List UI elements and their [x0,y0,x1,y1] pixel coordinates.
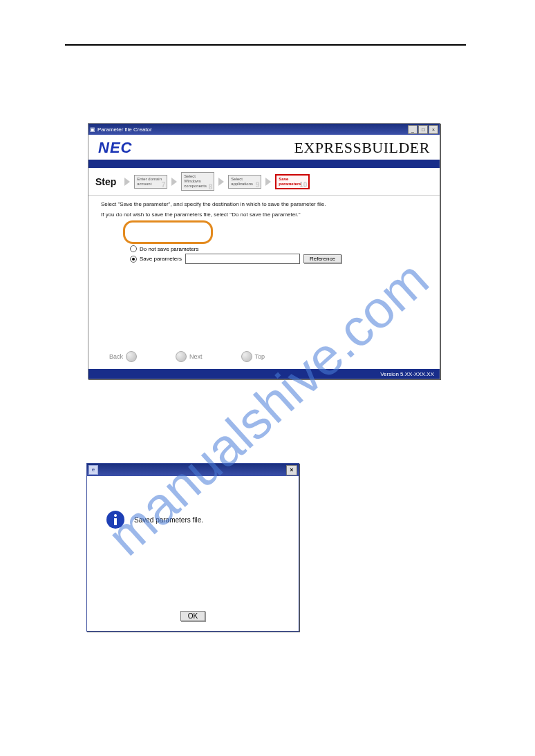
chevron-right-icon [171,178,177,186]
option-label: Do not save parameters [140,246,198,252]
back-button[interactable]: Back [109,351,137,362]
step-number: 8 [209,185,213,189]
header-row: NEC EXPRESSBUILDER [88,135,440,160]
title-bar[interactable]: e × [87,464,299,476]
back-icon [126,351,137,362]
step-label: Step [95,176,116,187]
radio-icon[interactable] [130,256,137,263]
footer-band: Version 5.XX-XXX.XX [88,369,440,379]
minimize-button[interactable]: _ [408,125,417,134]
close-button[interactable]: × [429,125,438,134]
instruction-line-2: If you do not wish to save the parameter… [101,211,427,218]
header-band [88,160,440,168]
instructions: Select "Save the parameter", and specify… [88,196,440,223]
next-icon [176,351,187,362]
step-text: Select Windows components [184,174,207,188]
info-icon [106,511,124,529]
parameter-file-creator-window: ▣ Parameter file Creator _ □ × NEC EXPRE… [88,123,440,379]
top-icon [241,351,252,362]
step-box-7: Enter domain account 7 [134,175,167,189]
app-icon: ▣ [90,126,95,133]
ok-button[interactable]: OK [180,611,205,621]
version-text: Version 5.XX-XXX.XX [380,371,434,377]
step-text: Select applications [231,177,253,186]
next-button[interactable]: Next [176,351,203,362]
maximize-button[interactable]: □ [418,125,428,134]
option-save[interactable]: Save parameters [130,256,182,263]
step-box-8: Select Windows components 8 [181,172,214,191]
save-path-input[interactable] [185,254,300,264]
title-bar[interactable]: ▣ Parameter file Creator _ □ × [88,124,440,135]
chevron-right-icon [124,178,130,186]
nav-label: Top [255,353,265,360]
radio-icon[interactable] [130,245,137,252]
step-box-9: Select applications 9 [228,175,261,189]
step-text: Enter domain account [137,177,162,186]
chevron-right-icon [265,178,271,186]
option-label: Save parameters [140,256,182,262]
saved-confirmation-dialog: e × Saved parameters file. OK [86,463,299,632]
step-text: Save parameters [279,177,301,186]
option-do-not-save[interactable]: Do not save parameters [130,245,420,252]
step-number: 9 [256,182,260,187]
dialog-icon: e [88,465,98,475]
nav-label: Next [189,353,203,360]
callout-highlight [123,220,213,244]
nav-row: Back Next Top [88,268,440,369]
nec-logo: NEC [98,139,132,157]
chevron-right-icon [218,178,224,186]
step-breadcrumb: Step Enter domain account 7 Select Windo… [88,168,440,196]
page-header-rule [65,44,466,46]
step-box-10-current: Save parameters 10 [275,174,310,189]
nav-label: Back [109,353,123,360]
window-title: Parameter file Creator [97,126,152,133]
dialog-message: Saved parameters file. [134,516,203,524]
reference-button[interactable]: Reference [303,254,341,263]
step-number: 7 [162,182,166,187]
top-button[interactable]: Top [241,351,265,362]
step-number: 10 [299,182,307,187]
instruction-line-1: Select "Save the parameter", and specify… [101,201,427,207]
product-title: EXPRESSBUILDER [294,139,430,157]
close-button[interactable]: × [286,465,297,475]
